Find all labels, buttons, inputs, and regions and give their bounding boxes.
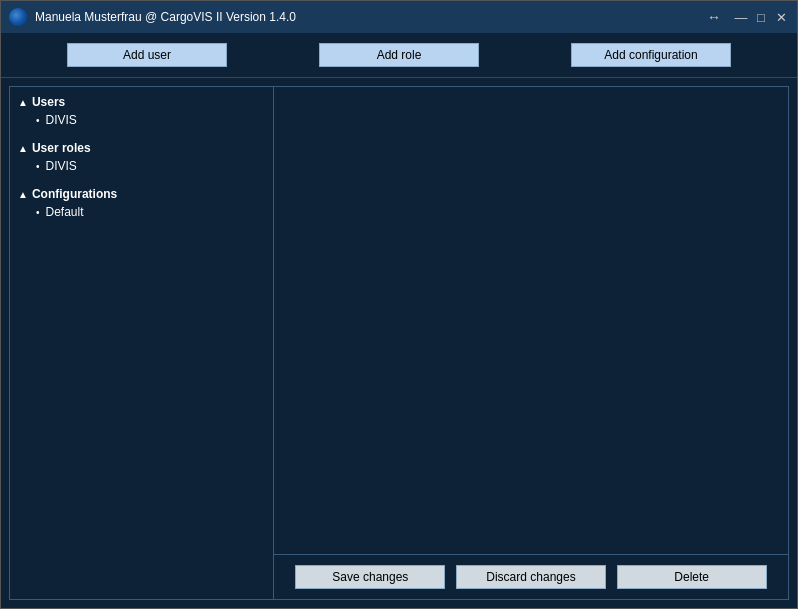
tree-section-header-userroles[interactable]: ▲ User roles	[14, 139, 269, 157]
main-window: Manuela Musterfrau @ CargoVIS II Version…	[0, 0, 798, 609]
tree-section-configurations: ▲ Configurations • Default	[14, 185, 269, 221]
left-panel: ▲ Users • DIVIS ▲ User roles • DIVIS	[9, 86, 274, 600]
tree-item-label-users-divis: DIVIS	[46, 113, 77, 127]
app-icon	[9, 8, 27, 26]
add-configuration-button[interactable]: Add configuration	[571, 43, 731, 67]
title-bar-controls: ↔ — □ ✕	[707, 9, 789, 25]
minimize-button[interactable]: —	[733, 9, 749, 25]
maximize-button[interactable]: □	[753, 9, 769, 25]
close-button[interactable]: ✕	[773, 9, 789, 25]
tree-arrow-users: ▲	[18, 97, 28, 108]
tree-arrow-userroles: ▲	[18, 143, 28, 154]
add-role-button[interactable]: Add role	[319, 43, 479, 67]
tree-item-label-configurations-default: Default	[46, 205, 84, 219]
bullet-icon-configurations-default: •	[36, 207, 40, 218]
title-bar: Manuela Musterfrau @ CargoVIS II Version…	[1, 1, 797, 33]
save-changes-button[interactable]: Save changes	[295, 565, 445, 589]
add-user-button[interactable]: Add user	[67, 43, 227, 67]
toolbar: Add user Add role Add configuration	[1, 33, 797, 78]
tree-item-userroles-divis[interactable]: • DIVIS	[14, 157, 269, 175]
tree-item-configurations-default[interactable]: • Default	[14, 203, 269, 221]
arrows-icon: ↔	[707, 9, 721, 25]
right-panel-footer: Save changes Discard changes Delete	[274, 554, 788, 599]
bullet-icon-users-divis: •	[36, 115, 40, 126]
right-panel-content	[274, 87, 788, 554]
tree-item-users-divis[interactable]: • DIVIS	[14, 111, 269, 129]
tree-section-header-users[interactable]: ▲ Users	[14, 93, 269, 111]
tree-section-label-userroles: User roles	[32, 141, 91, 155]
main-content: ▲ Users • DIVIS ▲ User roles • DIVIS	[1, 78, 797, 608]
tree-arrow-configurations: ▲	[18, 189, 28, 200]
title-bar-left: Manuela Musterfrau @ CargoVIS II Version…	[9, 8, 296, 26]
delete-button[interactable]: Delete	[617, 565, 767, 589]
tree-section-users: ▲ Users • DIVIS	[14, 93, 269, 129]
title-bar-text: Manuela Musterfrau @ CargoVIS II Version…	[35, 10, 296, 24]
tree-section-label-configurations: Configurations	[32, 187, 117, 201]
tree-section-userroles: ▲ User roles • DIVIS	[14, 139, 269, 175]
right-panel: Save changes Discard changes Delete	[274, 86, 789, 600]
tree-section-header-configurations[interactable]: ▲ Configurations	[14, 185, 269, 203]
tree-section-label-users: Users	[32, 95, 65, 109]
tree-item-label-userroles-divis: DIVIS	[46, 159, 77, 173]
bullet-icon-userroles-divis: •	[36, 161, 40, 172]
discard-changes-button[interactable]: Discard changes	[456, 565, 606, 589]
